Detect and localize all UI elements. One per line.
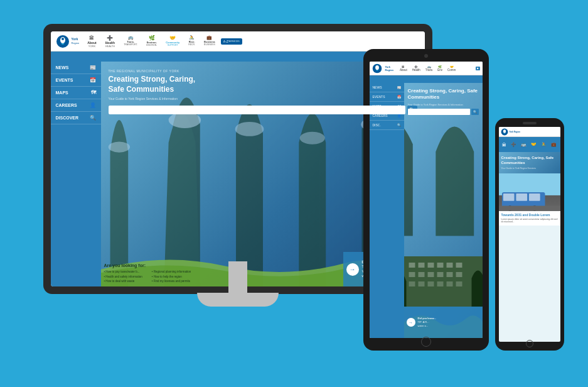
- discover-icon: 🔍: [90, 115, 96, 121]
- hero-content: THE REGIONAL MUNICIPALITY OF YORK Creati…: [101, 62, 425, 122]
- nav-about[interactable]: 🏛 About YORK: [84, 34, 99, 49]
- york-region-logo-icon: [56, 35, 70, 48]
- svg-rect-13: [409, 263, 415, 268]
- tablet-home-button[interactable]: [421, 337, 431, 347]
- nav-az[interactable]: A-ZSERVICES: [221, 38, 242, 45]
- tablet-nav-comm[interactable]: 🤝Comm: [446, 65, 457, 72]
- tablet-building: [404, 250, 483, 307]
- tablet-search-input[interactable]: [408, 109, 470, 115]
- phone-content-section: Towards 2031 and Double Lorem Lorem ipsu…: [499, 211, 560, 226]
- phone-frame: York Region 🏛 ➕ 🚌 🤝 🚴 💼 Creating Strong,…: [495, 118, 564, 351]
- phone-nav-icon-2[interactable]: ➕: [511, 142, 516, 147]
- nav-bar: 🏛 About YORK ➕ Health HEALTH 🚌 Trans.: [84, 34, 242, 49]
- events-icon: 📅: [90, 77, 96, 83]
- svg-rect-19: [409, 272, 415, 277]
- tablet-hero-content: Creating Strong, Caring, Safe Communitie…: [404, 83, 483, 120]
- svg-rect-29: [446, 281, 452, 286]
- looking-for-title: Are you looking for:: [104, 263, 191, 268]
- tablet-discover-icon: 🔍: [397, 123, 401, 127]
- sidebar-item-events[interactable]: EVENTS 📅: [51, 74, 101, 87]
- nav-community[interactable]: 🤝 Community SUPPORT: [163, 34, 183, 49]
- svg-point-32: [503, 129, 505, 133]
- looking-for-col1: • How to pay taxes/water b... • Health a…: [104, 270, 142, 283]
- tablet-search-bar: 🔍: [408, 109, 479, 115]
- sidebar-item-discover[interactable]: DISCOVER 🔍: [51, 112, 101, 124]
- nav-recreation[interactable]: 🚴 Recr. RECR.: [185, 34, 198, 49]
- phone-nav-icon-4[interactable]: 🤝: [531, 142, 537, 147]
- svg-point-6: [235, 122, 264, 136]
- tablet-search-button[interactable]: 🔍: [471, 109, 479, 115]
- hero-search-input[interactable]: [109, 106, 405, 114]
- looking-for-col2: • Regional planning information • How to…: [152, 270, 191, 283]
- nav-business[interactable]: 💼 Business BUSINESS: [201, 34, 218, 49]
- phone-nav-icon-3[interactable]: 🚌: [521, 142, 527, 147]
- tablet-did-you-know-arrow[interactable]: →: [407, 318, 415, 327]
- svg-rect-20: [418, 272, 424, 277]
- nav-health[interactable]: ➕ Health HEALTH: [102, 34, 118, 49]
- tablet-nav-more[interactable]: ▶: [476, 67, 480, 70]
- phone-nav-icon-6[interactable]: 💼: [551, 142, 557, 147]
- sidebar-item-careers[interactable]: CAREERS 👤: [51, 99, 101, 112]
- maps-icon: 🗺: [91, 90, 96, 95]
- hero-description: Your Guide to York Region Services & Inf…: [109, 97, 417, 101]
- phone-nav-icon-1[interactable]: 🏛: [502, 143, 506, 147]
- sidebar-item-maps[interactable]: MAPS 🗺: [51, 87, 101, 99]
- svg-rect-21: [427, 272, 434, 277]
- tablet-building-svg: [404, 250, 483, 307]
- phone-content-title: Towards 2031 and Double Lorem: [501, 213, 558, 217]
- phone-header: York Region: [499, 127, 560, 137]
- sidebar-item-news[interactable]: NEWS 📰: [51, 62, 101, 74]
- nav-environment[interactable]: 🌿 Environ. ENVIRON.: [143, 34, 160, 49]
- phone-bus-svg: [499, 173, 560, 211]
- svg-rect-33: [499, 173, 560, 195]
- svg-rect-14: [418, 263, 424, 268]
- svg-rect-35: [503, 194, 514, 201]
- phone-hero-title: Creating Strong, Caring, Safe Communitie…: [501, 156, 558, 166]
- tablet-did-you-know: → Did you know... TIP: A R... water a...: [404, 307, 483, 338]
- careers-icon: 👤: [90, 102, 96, 108]
- looking-for-columns: • How to pay taxes/water b... • Health a…: [104, 270, 191, 283]
- tablet-nav-transport[interactable]: 🚌Trans: [424, 65, 434, 72]
- svg-rect-23: [446, 272, 452, 277]
- svg-point-2: [61, 38, 64, 40]
- monitor-stand-neck: [228, 261, 247, 293]
- phone-screen: York Region 🏛 ➕ 🚌 🤝 🚴 💼 Creating Strong,…: [499, 127, 560, 342]
- svg-rect-30: [456, 281, 462, 286]
- hero-subtitle: THE REGIONAL MUNICIPALITY OF YORK: [109, 69, 417, 73]
- phone-content-text: Lorem ipsum dolor sit amet consectetur a…: [501, 218, 558, 224]
- svg-rect-37: [529, 194, 540, 201]
- svg-rect-27: [427, 281, 434, 286]
- svg-rect-40: [499, 205, 560, 210]
- svg-rect-26: [418, 281, 424, 286]
- svg-rect-28: [437, 281, 443, 286]
- sidebar: NEWS 📰 EVENTS 📅 MAPS 🗺 CAREERS: [51, 62, 101, 286]
- phone-logo-text: York Region: [510, 131, 520, 133]
- hero-search-bar: 🔍: [109, 106, 417, 114]
- phone-nav-icon-5[interactable]: 🚴: [541, 142, 547, 147]
- tablet-nav-env[interactable]: 🌿Env: [436, 65, 444, 72]
- svg-rect-25: [409, 281, 415, 286]
- svg-point-4: [108, 141, 129, 152]
- svg-rect-16: [437, 263, 443, 268]
- svg-rect-36: [516, 194, 527, 201]
- phone-home-button[interactable]: [526, 340, 533, 347]
- svg-rect-24: [456, 272, 462, 277]
- did-you-know-arrow[interactable]: →: [346, 263, 359, 276]
- phone-speaker: [523, 122, 537, 124]
- hero-title: Creating Strong, Caring, Safe Communitie…: [109, 75, 417, 94]
- svg-rect-22: [437, 272, 443, 277]
- svg-point-7: [299, 132, 324, 144]
- tablet-hero-desc: Your Guide to York Region Services & Inf…: [408, 103, 479, 106]
- tablet-sidebar-discover[interactable]: DISC.🔍: [370, 121, 404, 130]
- phone-hero-desc: Your Guide to York Region Services: [501, 167, 558, 170]
- looking-for-section: Are you looking for: • How to pay taxes/…: [104, 263, 191, 283]
- scene: York Region 🏛 About YORK ➕ Health: [12, 11, 577, 376]
- phone-bus-image: [499, 173, 560, 211]
- logo-text: York Region: [72, 38, 80, 45]
- site-logo-area: York Region: [56, 35, 80, 48]
- svg-rect-18: [456, 263, 462, 268]
- phone-hero: Creating Strong, Caring, Safe Communitie…: [499, 152, 560, 173]
- phone-logo-icon: [501, 128, 508, 136]
- nav-transportation[interactable]: 🚌 Trans. TRANSPORT.: [120, 34, 141, 49]
- tablet-did-you-know-text: Did you know... TIP: A R... water a...: [418, 317, 436, 328]
